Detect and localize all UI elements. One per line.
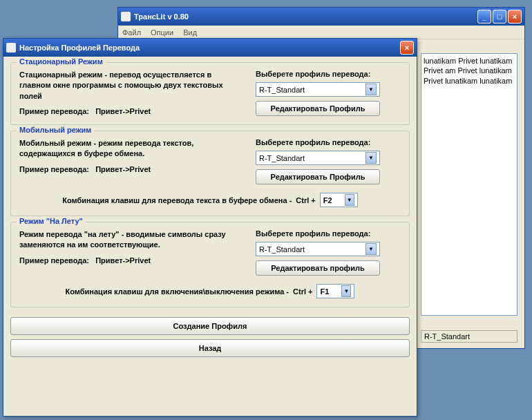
menu-bar: Файл Опции Вид bbox=[118, 26, 524, 39]
output-text-area[interactable]: lunatikam Privet lunatikam Privet am Pri… bbox=[421, 53, 517, 316]
main-titlebar: ТрансLit v 0.80 _ □ × bbox=[118, 8, 524, 26]
close-button[interactable]: × bbox=[508, 10, 522, 23]
minimize-button[interactable]: _ bbox=[477, 10, 491, 23]
group-mobile: Мобильный режим Мобильный режим - режим … bbox=[10, 131, 410, 216]
dialog-profile-settings: Настройка Профилей Перевода × Стационарн… bbox=[3, 38, 417, 417]
chevron-down-icon: ▼ bbox=[365, 243, 377, 255]
fly-desc: Режим перевода "на лету" - вводимые симв… bbox=[19, 229, 242, 251]
mobile-hotkey-row: Комбинация клавиш для перевода текста в … bbox=[19, 193, 401, 207]
mobile-edit-button[interactable]: Редактировать Профиль bbox=[256, 169, 380, 184]
stationary-select-label: Выберете профиль перевода: bbox=[256, 70, 401, 78]
group-fly: Режим "На Лету" Режим перевода "на лету"… bbox=[10, 222, 410, 307]
fly-hotkey-row: Комбинация клавиш для включения\выключен… bbox=[19, 284, 401, 298]
fly-edit-button[interactable]: Редактировать профиль bbox=[256, 260, 380, 276]
maximize-button[interactable]: □ bbox=[493, 10, 506, 23]
main-title-text: ТрансLit v 0.80 bbox=[134, 12, 189, 21]
menu-view[interactable]: Вид bbox=[183, 28, 197, 37]
mobile-desc: Мобильный режим - режим перевода текстов… bbox=[19, 138, 242, 160]
stationary-edit-button[interactable]: Редактировать Профиль bbox=[256, 101, 380, 116]
app-icon bbox=[121, 12, 131, 21]
mobile-profile-select[interactable]: R-T_Standart ▼ bbox=[256, 151, 380, 165]
menu-file[interactable]: Файл bbox=[122, 28, 141, 37]
dialog-icon bbox=[6, 43, 16, 52]
mobile-hotkey-select[interactable]: F2 ▼ bbox=[320, 193, 358, 207]
dialog-title-text: Настройка Профилей Перевода bbox=[19, 44, 140, 52]
create-profile-button[interactable]: Создание Профиля bbox=[10, 317, 410, 335]
mobile-select-label: Выберете профиль перевода: bbox=[256, 138, 401, 146]
group-stationary-title: Стационарный Режим bbox=[17, 57, 106, 66]
chevron-down-icon: ▼ bbox=[365, 152, 377, 164]
back-button[interactable]: Назад bbox=[10, 339, 410, 357]
fly-hotkey-select[interactable]: F1 ▼ bbox=[316, 284, 354, 298]
stationary-example: Пример перевода: Привет->Privet bbox=[19, 107, 242, 115]
dialog-close-button[interactable]: × bbox=[400, 41, 414, 55]
group-stationary: Стационарный Режим Стационарный режим - … bbox=[10, 62, 410, 125]
dialog-titlebar: Настройка Профилей Перевода × bbox=[3, 39, 417, 57]
menu-options[interactable]: Опции bbox=[151, 28, 173, 37]
stationary-desc: Стационарный режим - перевод осуществляе… bbox=[19, 70, 242, 102]
status-bar: R-T_Standart bbox=[421, 330, 517, 343]
mobile-example: Пример перевода: Привет->Privet bbox=[19, 165, 242, 173]
group-mobile-title: Мобильный режим bbox=[17, 126, 94, 134]
chevron-down-icon: ▼ bbox=[345, 194, 354, 206]
stationary-profile-select[interactable]: R-T_Standart ▼ bbox=[256, 82, 380, 97]
group-fly-title: Режим "На Лету" bbox=[17, 217, 86, 225]
fly-example: Пример перевода: Привет->Privet bbox=[19, 256, 242, 265]
fly-select-label: Выберете профиль перевода: bbox=[256, 229, 401, 238]
chevron-down-icon: ▼ bbox=[365, 84, 377, 95]
chevron-down-icon: ▼ bbox=[341, 285, 351, 297]
fly-profile-select[interactable]: R-T_Standart ▼ bbox=[256, 242, 380, 256]
